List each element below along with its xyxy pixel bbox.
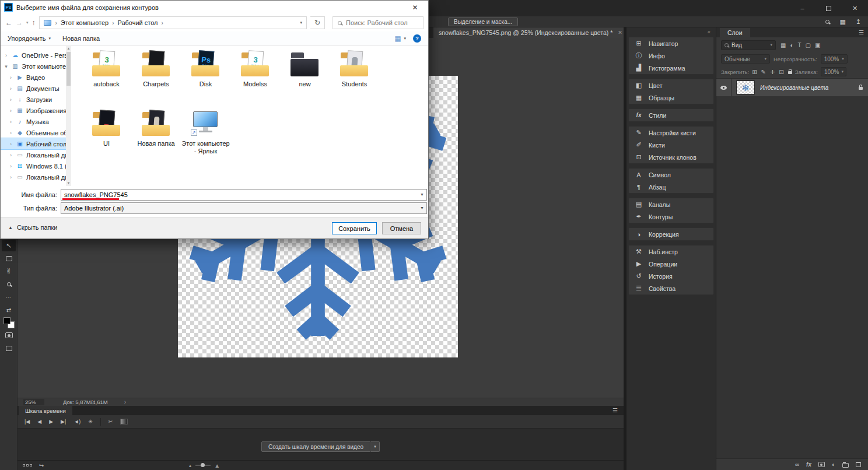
address-crumb[interactable]: Этот компьютер xyxy=(58,19,111,26)
panel-button-styles[interactable]: fxСтили xyxy=(629,109,713,121)
tab-timeline[interactable]: Шкала времени xyxy=(19,406,72,415)
layer-visibility-toggle[interactable] xyxy=(716,79,732,96)
search-icon[interactable] xyxy=(825,20,830,24)
maximize-button[interactable] xyxy=(816,0,842,16)
scrollbar-thumb[interactable] xyxy=(66,52,71,86)
tree-item-0[interactable]: ›☁OneDrive - Person xyxy=(1,50,66,61)
tree-item-8[interactable]: ›▣Рабочий стол xyxy=(1,138,66,149)
expander-icon[interactable]: ▾ xyxy=(4,64,9,69)
tree-item-11[interactable]: ›▭Локальный дис... xyxy=(1,171,66,183)
status-options-chevron-icon[interactable]: › xyxy=(124,399,126,405)
expander-icon[interactable]: › xyxy=(8,152,13,158)
panel-button-actions[interactable]: ▶Операции xyxy=(629,258,713,270)
settings-icon[interactable]: ✳ xyxy=(88,419,93,425)
go-to-first-icon[interactable]: |◀ xyxy=(24,419,30,425)
file-item-1[interactable]: Charpets xyxy=(131,47,181,107)
screen-mode-icon[interactable] xyxy=(2,342,16,354)
tree-item-2[interactable]: ›▶Видео xyxy=(1,72,66,83)
panel-button-swatches[interactable]: ▦Образцы xyxy=(629,92,713,104)
edit-toolbar-icon[interactable]: ⋯ xyxy=(2,291,16,303)
hand-tool[interactable]: ✌ xyxy=(2,265,16,277)
tree-item-3[interactable]: ›▤Документы xyxy=(1,83,66,94)
tree-item-10[interactable]: ›⊞Windows 8.1 (D:... xyxy=(1,160,66,171)
tree-item-1[interactable]: ▾▥Этот компьютер xyxy=(1,61,66,72)
filter-kind-select[interactable]: Вид ▾ xyxy=(721,40,776,50)
lock-position-icon[interactable]: ✛ xyxy=(770,69,775,75)
zoom-out-icon[interactable]: ▲ xyxy=(188,464,192,468)
lock-paint-icon[interactable]: ✎ xyxy=(761,69,766,75)
panel-button-adjustments[interactable]: ◑Коррекция xyxy=(629,228,713,240)
panel-button-histogram[interactable]: ▟Гистограмма xyxy=(629,62,713,74)
zoom-tool[interactable] xyxy=(2,278,16,290)
new-folder-button[interactable]: Новая папка xyxy=(62,35,100,42)
address-dropdown-icon[interactable]: ▾ xyxy=(296,20,306,25)
adjustment-layer-icon[interactable]: ◐ xyxy=(832,461,835,468)
back-icon[interactable]: ← xyxy=(5,19,12,27)
close-tab-icon[interactable]: ✕ xyxy=(618,30,622,36)
help-icon[interactable]: ? xyxy=(413,34,421,43)
panel-button-info[interactable]: ⓘИнфо xyxy=(629,50,713,62)
smart-filter-icon[interactable]: ▣ xyxy=(815,42,820,48)
frames-view-icon[interactable] xyxy=(23,464,32,467)
panel-button-brush-settings[interactable]: ✎Настройки кисти xyxy=(629,127,713,139)
panel-button-navigator[interactable]: ⊞Навигатор xyxy=(629,37,713,50)
file-item-5[interactable]: Students xyxy=(330,47,379,107)
expander-icon[interactable]: › xyxy=(8,141,13,147)
file-item-0[interactable]: 3MXPautoback xyxy=(82,47,131,107)
transition-icon[interactable] xyxy=(120,419,128,425)
panel-button-tool-presets[interactable]: ⚒Наб.инстр xyxy=(629,245,713,258)
zoom-level-field[interactable]: 25% xyxy=(23,399,44,405)
create-video-timeline-button[interactable]: Создать шкалу времени для видео xyxy=(261,441,370,452)
chevron-down-icon[interactable]: ▼ xyxy=(418,206,426,210)
expander-icon[interactable]: › xyxy=(8,75,13,80)
filetype-select[interactable]: Adobe Illustrator (.ai) ▼ xyxy=(61,202,427,214)
panel-button-character[interactable]: AСимвол xyxy=(629,169,713,181)
panel-button-paths[interactable]: ✒Контуры xyxy=(629,211,713,223)
lock-artboard-icon[interactable]: ⊡ xyxy=(779,69,783,75)
panel-button-color[interactable]: ◧Цвет xyxy=(629,79,713,92)
expand-panels-icon[interactable]: « xyxy=(708,29,710,35)
file-item-4[interactable]: new xyxy=(280,47,330,107)
layers-panel-menu-icon[interactable]: ☰ xyxy=(859,29,864,36)
expander-icon[interactable]: › xyxy=(4,52,9,58)
document-tab[interactable]: snowflakes_PNG7545.png @ 25% (Индексиров… xyxy=(433,27,628,38)
blend-mode-select[interactable]: Обычные ▾ xyxy=(721,54,770,64)
layer-thumbnail[interactable]: ❄ xyxy=(736,80,755,94)
layer-mask-icon[interactable] xyxy=(818,462,825,467)
new-group-icon[interactable] xyxy=(842,463,849,468)
expander-icon[interactable]: › xyxy=(8,130,13,136)
tree-item-9[interactable]: ›▭Локальный дис... xyxy=(1,149,66,160)
forward-icon[interactable]: → xyxy=(16,19,23,27)
type-filter-icon[interactable]: T xyxy=(798,42,802,48)
tree-item-7[interactable]: ›◆Объемные объ... xyxy=(1,127,66,138)
delete-layer-icon[interactable] xyxy=(856,462,861,467)
expander-icon[interactable]: › xyxy=(8,86,13,92)
tab-layers[interactable]: Слои xyxy=(720,28,750,37)
minimize-button[interactable]: – xyxy=(789,0,816,16)
close-window-button[interactable]: ✕ xyxy=(842,0,868,16)
file-item-8[interactable]: ↗Этот компьютер - Ярлык xyxy=(181,107,230,166)
file-item-3[interactable]: 3MAXModelss xyxy=(230,47,280,107)
split-icon[interactable]: ✂ xyxy=(108,419,113,425)
chevron-down-icon[interactable]: ▼ xyxy=(418,192,426,197)
panel-button-clone-source[interactable]: ⊡Источник клонов xyxy=(629,151,713,163)
search-input[interactable]: Поиск: Рабочий стол xyxy=(332,16,424,29)
fill-select[interactable]: 100% ▾ xyxy=(821,67,846,76)
audio-icon[interactable]: ◄) xyxy=(74,419,80,425)
expander-icon[interactable]: › xyxy=(8,174,13,180)
refresh-button[interactable]: ↻ xyxy=(310,16,325,29)
cancel-button[interactable]: Отмена xyxy=(382,222,421,234)
tree-scrollbar[interactable]: ▲ ▼ xyxy=(66,46,71,186)
lock-transparency-icon[interactable]: ⊞ xyxy=(752,69,757,75)
link-layers-icon[interactable]: ∞ xyxy=(795,461,799,468)
pixel-filter-icon[interactable]: ▦ xyxy=(780,42,786,48)
play-icon[interactable]: ▶ xyxy=(49,419,53,425)
tree-item-4[interactable]: ›↓Загрузки xyxy=(1,94,66,105)
panel-button-history[interactable]: ↺История xyxy=(629,270,713,282)
dialog-close-button[interactable]: ✕ xyxy=(402,1,428,14)
panel-button-properties[interactable]: ☰Свойства xyxy=(629,282,713,294)
up-icon[interactable]: ↑ xyxy=(32,19,36,27)
timeline-zoom-slider[interactable]: ▲ ▲ xyxy=(188,462,220,469)
panel-button-brushes[interactable]: ✐Кисти xyxy=(629,139,713,151)
quick-mask-icon[interactable] xyxy=(2,329,16,341)
